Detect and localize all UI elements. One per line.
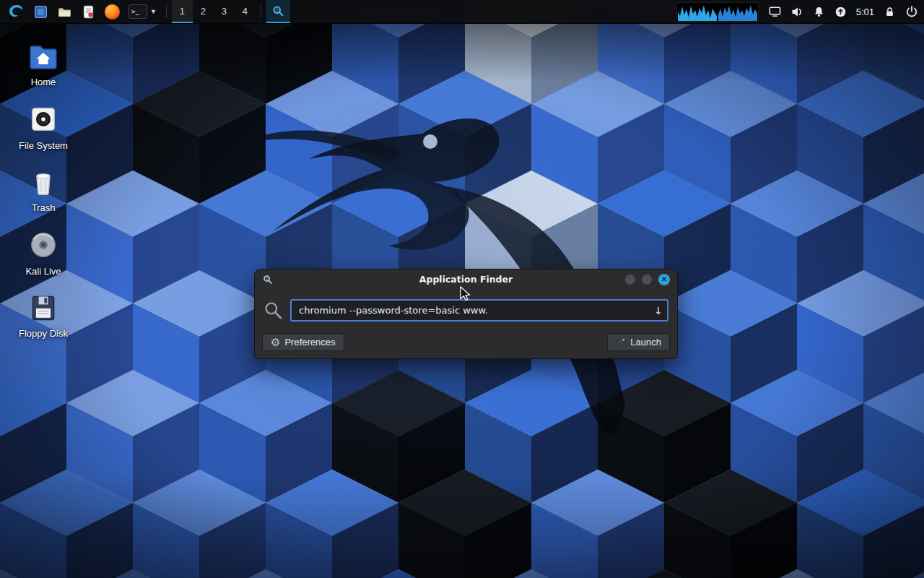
panel-right: 5:01 — [676, 0, 924, 23]
chevron-down-icon: ▼ — [150, 8, 157, 15]
power-icon — [905, 5, 918, 18]
logout-button[interactable] — [905, 0, 918, 23]
home-icon — [26, 38, 61, 72]
desktop-icon-floppy-disk[interactable]: Floppy Disk — [12, 292, 75, 339]
launcher-file-manager-button[interactable] — [53, 0, 77, 23]
panel-left: >_ ▼ 1 2 3 4 — [0, 0, 290, 23]
workspace-2-button[interactable]: 2 — [193, 0, 214, 23]
minimize-button[interactable] — [625, 275, 635, 285]
search-row: ↓ — [255, 289, 677, 330]
launch-icon — [616, 337, 626, 348]
volume-icon — [791, 6, 803, 18]
screen-lock-button[interactable] — [884, 0, 896, 23]
search-icon — [263, 301, 283, 320]
workspace-4-button[interactable]: 4 — [235, 0, 256, 23]
terminal-icon: >_ — [128, 4, 147, 19]
file-system-icon — [27, 103, 60, 136]
lock-icon — [884, 6, 896, 18]
search-icon — [272, 5, 284, 17]
volume-button[interactable] — [791, 0, 803, 23]
system-monitor-graph[interactable] — [676, 0, 759, 23]
kali-menu-icon — [7, 3, 25, 20]
firefox-icon — [105, 4, 120, 20]
desktop-icon-home[interactable]: Home — [12, 38, 75, 87]
desktop-icon-file-system[interactable]: File System — [12, 103, 75, 151]
desktop-icon-label: Floppy Disk — [19, 328, 68, 339]
launch-button[interactable]: Launch — [607, 333, 670, 351]
desktop-icon-label: File System — [19, 140, 68, 151]
notifications-button[interactable] — [813, 0, 825, 23]
updates-button[interactable] — [834, 0, 847, 23]
desktop-icon-trash[interactable]: Trash — [12, 166, 75, 213]
maximize-button[interactable] — [642, 275, 652, 285]
close-button[interactable]: ✕ — [658, 274, 670, 285]
panel-separator — [166, 5, 167, 18]
desktop-icon-label: Home — [31, 77, 56, 87]
window-title: Application Finder — [255, 274, 677, 285]
launcher-firefox-button[interactable] — [100, 0, 124, 23]
desktop-icon-label: Trash — [32, 202, 56, 213]
desktop-icon-list: Home File System Trash — [12, 38, 75, 339]
display-settings-button[interactable] — [768, 0, 782, 23]
cpu-graph-icon — [676, 2, 759, 22]
desktop-icon-kali-live[interactable]: Kali Live — [12, 228, 75, 277]
kali-menu-button[interactable] — [3, 0, 29, 23]
preferences-button-label: Preferences — [284, 337, 335, 348]
kali-live-icon — [27, 228, 60, 262]
taskbar-application-finder-button[interactable] — [266, 0, 290, 23]
gear-icon: ⚙ — [271, 337, 280, 348]
floppy-disk-icon — [27, 292, 59, 324]
launcher-files-button[interactable] — [29, 0, 53, 23]
dialog-buttons: ⚙ Preferences Launch — [255, 330, 677, 358]
panel-clock[interactable]: 5:01 — [856, 0, 874, 23]
preferences-button[interactable]: ⚙ Preferences — [262, 333, 344, 351]
dropdown-arrow-icon[interactable]: ↓ — [654, 305, 663, 316]
search-input-wrap: ↓ — [290, 299, 668, 322]
files-icon — [33, 4, 48, 20]
application-finder-window-icon — [263, 275, 273, 285]
application-finder-window: Application Finder ✕ ↓ ⚙ Prefe — [254, 269, 678, 359]
file-manager-icon — [57, 4, 72, 20]
display-icon — [768, 5, 782, 18]
titlebar[interactable]: Application Finder ✕ — [255, 269, 677, 289]
trash-icon — [27, 166, 59, 198]
top-panel: >_ ▼ 1 2 3 4 — [0, 0, 924, 24]
workspace-1-button[interactable]: 1 — [172, 0, 193, 23]
window-controls: ✕ — [625, 274, 670, 285]
launcher-text-editor-button[interactable] — [77, 0, 100, 23]
app-finder-search-input[interactable] — [290, 299, 668, 322]
panel-separator — [261, 5, 261, 18]
update-icon — [834, 6, 847, 18]
desktop-screen: >_ ▼ 1 2 3 4 — [0, 0, 924, 578]
workspace-3-button[interactable]: 3 — [214, 0, 235, 23]
launch-button-label: Launch — [630, 337, 661, 348]
launcher-terminal-button[interactable]: >_ ▼ — [124, 0, 161, 23]
text-editor-icon — [81, 4, 96, 20]
close-icon: ✕ — [661, 276, 667, 283]
desktop-icon-label: Kali Live — [25, 266, 61, 277]
bell-icon — [813, 6, 825, 18]
